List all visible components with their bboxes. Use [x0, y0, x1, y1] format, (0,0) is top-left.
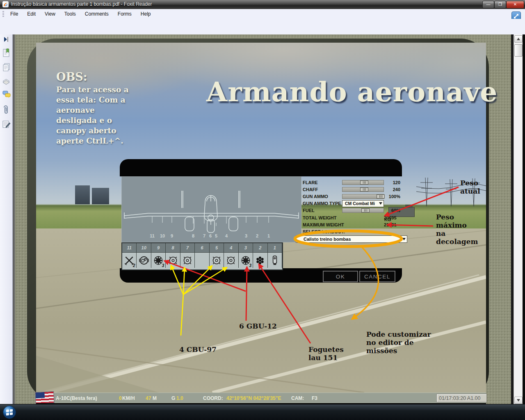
annotation-cbu97: 4 CBU-97	[179, 345, 217, 354]
station-header-11: 11	[122, 243, 137, 253]
obs-heading: OBS:	[56, 71, 87, 83]
fields-panel-icon[interactable]	[2, 120, 10, 129]
close-button[interactable]: ✕	[506, 1, 524, 9]
slider-handle	[360, 180, 368, 185]
dialog-label: TOTAL WEIGHT	[303, 215, 342, 220]
slider-handle	[360, 187, 368, 192]
dialog-value: 240	[384, 187, 400, 192]
diagram-station-number: 6	[209, 233, 212, 238]
sim-cam-value: F3	[312, 395, 317, 401]
menu-comments[interactable]: Comments	[80, 10, 113, 18]
minimize-button[interactable]: —	[482, 1, 494, 9]
diagram-station-number: 4	[225, 233, 228, 238]
station-cell-3: 3	[239, 253, 253, 268]
scroll-down-button[interactable]	[514, 397, 523, 404]
sim-speed-value: 0	[119, 395, 122, 401]
diagram-station-number: 9	[171, 233, 173, 238]
pod-icon	[139, 255, 149, 266]
attachments-panel-icon[interactable]	[2, 105, 10, 114]
taskbar: PT 08:31 19/07/2015 0S3	[0, 404, 525, 420]
station-cell-9: 3	[151, 253, 166, 268]
pages-panel-icon[interactable]	[2, 63, 10, 72]
rearm-settings-panel: FLARE120CHAFF240GUN AMMO100%GUN AMMO TYP…	[303, 179, 400, 235]
bookmarks-panel-icon[interactable]	[2, 48, 10, 57]
station-cell-6	[195, 253, 209, 268]
vertical-scrollbar[interactable]	[514, 34, 523, 404]
diagram-station-number: 7	[203, 233, 205, 238]
sim-g-value: 1.0	[176, 395, 183, 401]
dialog-row-fuel: FUEL60%	[303, 207, 400, 214]
rearm-dialog-top	[120, 159, 402, 176]
diagram-station-number: 8	[192, 233, 194, 238]
station-header-6: 6	[195, 243, 209, 253]
menu-tools[interactable]: Tools	[60, 10, 80, 18]
foxit-app-icon	[2, 1, 9, 7]
slide-title: Armando aeronave	[206, 76, 489, 108]
menu-edit[interactable]: Edit	[23, 10, 40, 18]
dialog-value: 60%	[384, 208, 400, 213]
dialog-value: 21081	[384, 222, 400, 227]
annotation-customizar: Pode customizar no editor de missões	[366, 330, 435, 355]
station-cell-1	[268, 253, 282, 268]
start-button[interactable]	[2, 405, 16, 419]
slider-track	[342, 194, 384, 199]
view-edge	[523, 34, 525, 404]
sim-speed-unit: KM/H	[122, 395, 135, 401]
diagram-station-number: 5	[215, 233, 217, 238]
sim-coord-value: 42°10'56"N 042°28'35"E	[226, 395, 281, 401]
dialog-label: MAXIMUM WEIGHT	[303, 222, 342, 227]
station-header-1: 1	[268, 243, 282, 253]
loadout-value: Calisto treino bombas	[304, 237, 351, 242]
layers-panel-icon[interactable]	[2, 77, 10, 86]
diagram-station-number: 11	[150, 233, 155, 238]
scroll-up-button[interactable]	[514, 35, 523, 43]
restore-button[interactable]: ❐	[494, 1, 506, 9]
dialog-row-gun-ammo: GUN AMMO100%	[303, 193, 400, 200]
dialog-label: GUN AMMO	[303, 194, 342, 199]
sim-mission-clock: 01/17:03:20 A1.00	[436, 394, 487, 402]
diagram-station-number: 2	[256, 233, 258, 238]
stations-body-row: 233	[122, 253, 282, 268]
menu-forms[interactable]: Forms	[113, 10, 136, 18]
station-header-7: 7	[180, 243, 195, 253]
comments-panel-icon[interactable]	[2, 90, 10, 99]
diagram-station-number: 3	[245, 233, 247, 238]
dialog-row-flare: FLARE120	[303, 179, 400, 186]
station-header-9: 9	[151, 243, 166, 253]
dialog-row-gun-ammo-type: GUN AMMO TYPECM Combat Mi	[303, 200, 400, 207]
diagram-station-number: 1	[267, 233, 270, 238]
sim-aircraft-name: A-10C(Besta fera)	[56, 395, 97, 401]
sim-alt-unit: M	[153, 395, 157, 401]
chevron-down-icon	[402, 238, 406, 240]
scrollbar-thumb[interactable]	[514, 44, 523, 57]
us-flag-icon	[35, 391, 54, 404]
menu-help[interactable]: Help	[136, 10, 155, 18]
annotation-foguetes: Foguetes lau 151	[308, 345, 354, 362]
station-cell-10	[137, 253, 151, 268]
ok-button: OK	[323, 271, 358, 282]
station-count-badge: 2	[133, 263, 135, 268]
station-header-5: 5	[210, 243, 224, 253]
panel-expand-icon[interactable]	[2, 36, 10, 45]
slider-handle	[361, 208, 370, 212]
diagram-station-number: 10	[160, 233, 165, 238]
dialog-row-chaff: CHAFF240	[303, 186, 400, 193]
dialog-row-select-loadout-: SELECT LOADOUT:	[303, 228, 400, 235]
cbu-icon	[211, 255, 222, 266]
stations-header-row: 1110987654321	[122, 243, 282, 253]
menu-items: FileEditViewToolsCommentsFormsHelp	[6, 9, 155, 19]
ecm-pod-icon	[269, 255, 280, 266]
slider-track	[342, 208, 384, 213]
station-count-badge: 3	[162, 263, 164, 268]
menu-view[interactable]: View	[40, 10, 60, 18]
menu-file[interactable]: File	[6, 10, 23, 18]
sim-building	[92, 188, 109, 204]
menubar-grip	[2, 11, 4, 17]
dialog-row-maximum-weight: MAXIMUM WEIGHT21081	[303, 221, 400, 228]
kg-unit-label: KG	[384, 217, 391, 222]
sim-alt-value: 47	[146, 395, 151, 401]
sim-building	[75, 185, 90, 204]
station-cell-11: 2	[122, 253, 137, 268]
station-count-badge: 3	[249, 263, 252, 268]
cbu-icon	[168, 255, 178, 266]
